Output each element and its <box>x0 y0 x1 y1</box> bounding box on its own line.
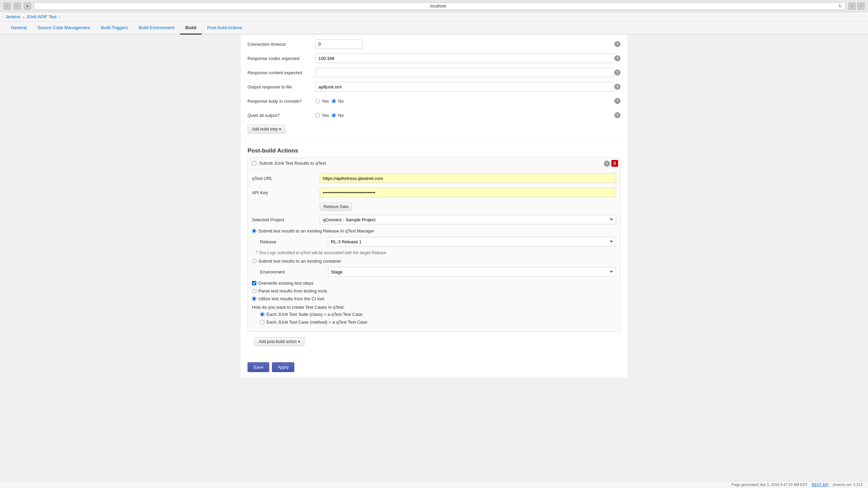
add-build-step-button[interactable]: Add build step ▾ <box>248 125 285 134</box>
each-junit-suite-label: Each JUnit Test Suite (class) = a qTest … <box>267 312 362 317</box>
connection-timeout-help-icon[interactable]: ? <box>614 41 620 47</box>
connection-timeout-label: Connection timeout <box>248 42 315 47</box>
how-to-create-text: How do you want to create Test Cases in … <box>252 305 616 310</box>
connection-timeout-row: Connection timeout ? <box>248 39 620 49</box>
overwrite-existing-checkbox[interactable] <box>252 281 256 285</box>
submit-to-release-row: Submit test results to an existing Relea… <box>252 228 616 233</box>
each-junit-suite-row: Each JUnit Test Suite (class) = a qTest … <box>260 312 616 317</box>
build-section: Connection timeout ? Response codes expe… <box>241 35 627 142</box>
post-build-card-checkbox[interactable] <box>252 161 256 165</box>
quiet-output-help-icon[interactable]: ? <box>614 112 620 118</box>
environment-control: Stage <box>328 267 616 277</box>
response-body-help-icon[interactable]: ? <box>614 98 620 104</box>
response-content-help-icon[interactable]: ? <box>614 69 620 76</box>
retrieve-data-button[interactable]: Retrieve Data <box>320 203 352 211</box>
apply-button[interactable]: Apply <box>272 362 295 372</box>
add-post-build-arrow-icon: ▾ <box>298 339 300 344</box>
connection-timeout-input[interactable] <box>315 39 363 49</box>
output-response-control <box>315 82 614 92</box>
response-content-label: Response content expected <box>248 70 315 75</box>
release-row: Release RL-3 Release 1 <box>260 236 616 247</box>
post-build-help-icon[interactable]: ? <box>604 161 610 167</box>
utilize-test-results-radio[interactable] <box>252 297 256 301</box>
output-response-help-icon[interactable]: ? <box>614 84 620 90</box>
output-response-input[interactable] <box>315 82 614 92</box>
quiet-yes-label[interactable]: Yes <box>315 113 329 118</box>
output-response-label: Output response to file <box>248 84 315 89</box>
submit-to-container-radio[interactable] <box>252 259 256 263</box>
quiet-no-label[interactable]: No <box>332 113 344 118</box>
each-junit-suite-radio[interactable] <box>260 312 264 317</box>
add-post-build-button[interactable]: Add post-build action ▾ <box>254 337 304 346</box>
submit-to-release-radio[interactable] <box>252 229 256 233</box>
url-text: localhost <box>38 4 839 8</box>
response-body-yes-label[interactable]: Yes <box>315 99 329 104</box>
quiet-output-control: Yes No <box>315 113 614 118</box>
quiet-yes-text: Yes <box>322 113 329 118</box>
quiet-yes-radio[interactable] <box>315 113 320 118</box>
tab-build-triggers[interactable]: Build Triggers <box>96 22 133 35</box>
breadcrumb-jenkins[interactable]: Jenkins <box>5 14 20 19</box>
parse-test-results-radio[interactable] <box>252 289 256 293</box>
utilize-test-results-label: Utilize test results from the CI tool <box>258 296 324 301</box>
close-post-build-button[interactable]: X <box>611 160 618 167</box>
post-build-card-header: Submit JUnit Test Results to qTest X ? <box>248 158 620 169</box>
response-body-no-text: No <box>338 99 344 104</box>
qtest-url-input[interactable] <box>320 174 616 183</box>
response-body-no-radio[interactable] <box>332 99 336 103</box>
tab-general[interactable]: General <box>5 22 32 35</box>
response-codes-help-icon[interactable]: ? <box>614 55 620 61</box>
forward-button[interactable]: › <box>14 2 21 10</box>
environment-select[interactable]: Stage <box>328 267 616 277</box>
submit-to-release-label: Submit test results to an existing Relea… <box>258 228 374 233</box>
add-build-step-label: Add build step <box>252 127 278 131</box>
selected-project-select[interactable]: qConnect - Sample Project <box>320 215 616 224</box>
response-content-input[interactable] <box>315 68 614 77</box>
response-body-row: Response body in console? Yes No ? <box>248 96 620 106</box>
breadcrumb-project[interactable]: JUnit APIF Test <box>26 14 57 19</box>
release-info-text: * Test Logs submitted to qTest will be a… <box>256 250 616 255</box>
response-body-yes-radio[interactable] <box>315 99 320 103</box>
response-codes-input[interactable] <box>315 54 614 63</box>
overwrite-existing-row: Overwrite existing test steps <box>252 281 616 286</box>
browser-actions: ⇧ + <box>848 2 865 10</box>
parse-test-results-label: Parse test results from testing tools <box>258 288 327 293</box>
tab-source-code[interactable]: Source Code Management <box>32 22 95 35</box>
release-select[interactable]: RL-3 Release 1 <box>328 237 616 246</box>
add-post-build-container: Add post-build action ▾ <box>248 337 620 351</box>
each-junit-case-radio[interactable] <box>260 320 264 324</box>
tab-post-build-actions[interactable]: Post-build Actions <box>202 22 248 35</box>
release-label: Release <box>260 239 328 244</box>
share-icon[interactable]: ⇧ <box>848 2 856 10</box>
breadcrumb: Jenkins » JUnit APIF Test » <box>0 12 868 22</box>
tab-build-environment[interactable]: Build Environment <box>133 22 180 35</box>
selected-project-control: qConnect - Sample Project <box>320 215 616 224</box>
bookmark-icon[interactable]: + <box>857 2 865 10</box>
selected-project-label: Selected Project <box>252 217 320 222</box>
tab-build[interactable]: Build <box>180 22 202 35</box>
response-body-no-label[interactable]: No <box>332 99 344 104</box>
quiet-output-label: Quiet all output? <box>248 113 315 118</box>
quiet-no-radio[interactable] <box>332 113 336 118</box>
response-body-label: Response body in console? <box>248 99 315 104</box>
response-body-yes-text: Yes <box>322 99 329 104</box>
main-content: Connection timeout ? Response codes expe… <box>0 35 868 478</box>
url-bar[interactable]: localhost ↻ <box>34 2 846 10</box>
close-button[interactable]: ■ <box>24 2 31 10</box>
parse-test-results-row: Parse test results from testing tools <box>252 288 616 293</box>
output-response-row: Output response to file ? <box>248 81 620 92</box>
add-build-step-container: Add build step ▾ <box>248 125 620 134</box>
api-key-control <box>320 188 616 197</box>
qtest-url-control <box>320 174 616 183</box>
reload-icon[interactable]: ↻ <box>839 4 842 8</box>
post-build-card-body: qTest URL API Key Retrieve <box>248 169 620 331</box>
post-build-section: Post-build Actions Submit JUnit Test Res… <box>241 142 627 351</box>
response-codes-label: Response codes expected <box>248 56 315 61</box>
utilize-test-results-row: Utilize test results from the CI tool <box>252 296 616 301</box>
back-button[interactable]: ‹ <box>3 2 11 10</box>
qtest-url-label: qTest URL <box>252 176 320 181</box>
api-key-input[interactable] <box>320 188 616 197</box>
post-build-heading: Post-build Actions <box>241 142 627 158</box>
save-button[interactable]: Save <box>248 362 269 372</box>
quiet-no-text: No <box>338 113 344 118</box>
